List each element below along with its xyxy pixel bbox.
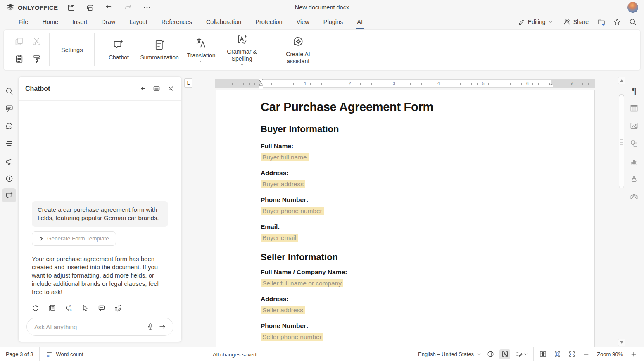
horizontal-ruler[interactable]: 1 2 3 4 5 6 7	[215, 79, 595, 88]
tab-view[interactable]: View	[290, 16, 316, 28]
select-insert-button[interactable]	[80, 303, 90, 314]
form-field-placeholder[interactable]: Seller phone number	[261, 333, 323, 341]
chart-settings-button[interactable]	[627, 155, 641, 168]
voice-input-button[interactable]	[144, 321, 157, 333]
image-settings-button[interactable]	[627, 119, 641, 133]
fit-page-button[interactable]	[552, 349, 563, 359]
create-ai-assistant-button[interactable]: Create AI assistant	[282, 36, 314, 65]
grammar-spelling-button[interactable]: Grammar & Spelling	[224, 33, 260, 67]
tab-plugins[interactable]: Plugins	[316, 16, 350, 28]
open-file-location-button[interactable]	[595, 16, 608, 28]
search-button[interactable]	[627, 16, 639, 28]
fit-width-button[interactable]	[566, 349, 577, 359]
mail-merge-button[interactable]	[627, 190, 641, 203]
zoom-in-button[interactable]	[628, 349, 639, 359]
tab-stop-selector[interactable]: L	[184, 78, 192, 88]
translation-icon	[195, 37, 207, 49]
chatbot-button[interactable]: Chatbot	[105, 39, 132, 61]
chevron-right-icon	[39, 236, 44, 241]
save-button[interactable]	[65, 2, 77, 13]
create-ai-assistant-label: Create AI assistant	[282, 51, 314, 65]
tab-protection[interactable]: Protection	[248, 16, 289, 28]
ai-settings-button[interactable]: Settings	[56, 43, 88, 57]
set-language-button[interactable]	[485, 349, 496, 359]
close-panel-button[interactable]	[167, 85, 175, 93]
tab-draw[interactable]: Draw	[94, 16, 122, 28]
tab-home[interactable]: Home	[35, 16, 65, 28]
share-button[interactable]: Share	[560, 17, 592, 28]
language-selector[interactable]: English – United States	[418, 351, 481, 357]
form-field-placeholder[interactable]: Buyer phone number	[261, 207, 324, 215]
open-in-window-button[interactable]	[152, 85, 161, 93]
feedback-button[interactable]	[2, 154, 16, 169]
form-field-placeholder[interactable]: Buyer full name	[261, 153, 309, 162]
form-field-placeholder[interactable]: Seller full name or company	[261, 279, 343, 287]
ask-ai-input[interactable]	[34, 323, 144, 330]
tab-ai[interactable]: AI	[350, 16, 370, 28]
copy-icon	[14, 37, 24, 46]
table-settings-button[interactable]	[627, 102, 641, 115]
find-replace-button[interactable]	[2, 84, 16, 98]
tab-references[interactable]: References	[154, 16, 199, 28]
zoom-out-button[interactable]	[581, 349, 592, 359]
print-button[interactable]	[84, 2, 96, 13]
regenerate-button[interactable]	[30, 303, 41, 314]
chatbot-messages: Create a car purchase agreement form wit…	[19, 101, 181, 314]
print-icon	[86, 3, 95, 12]
favorite-button[interactable]	[611, 16, 623, 28]
redo-button[interactable]	[122, 2, 134, 13]
shape-settings-button[interactable]	[627, 137, 641, 150]
summarization-button[interactable]: Summarization	[140, 39, 178, 61]
chat-button[interactable]	[2, 119, 16, 133]
svg-text:A: A	[69, 304, 71, 307]
page-indicator[interactable]: Page 3 of 3	[0, 351, 39, 357]
copy-response-button[interactable]	[47, 303, 57, 314]
navigation-headings-button[interactable]	[2, 136, 16, 150]
add-comment-button[interactable]	[96, 303, 107, 314]
comments-button[interactable]	[2, 101, 16, 115]
cut-button[interactable]	[32, 37, 41, 46]
copy-button[interactable]	[14, 37, 24, 46]
image-icon	[630, 121, 639, 131]
search-icon	[629, 18, 637, 26]
about-button[interactable]	[2, 171, 16, 185]
chart-bars-icon	[630, 157, 639, 166]
paste-button[interactable]	[14, 54, 24, 64]
word-count-button[interactable]: 12 Word count	[40, 351, 89, 358]
indent-marker[interactable]	[258, 78, 264, 90]
document-page[interactable]: Car Purchase Agreement Form Buyer Inform…	[216, 90, 595, 347]
tab-layout[interactable]: Layout	[122, 16, 154, 28]
generate-form-template-button[interactable]: Generate Form Template	[32, 231, 116, 246]
form-field-placeholder[interactable]: Seller address	[261, 306, 305, 314]
tab-collaboration[interactable]: Collaboration	[199, 16, 248, 28]
user-avatar[interactable]	[627, 2, 638, 13]
collapse-panel-button[interactable]	[138, 85, 146, 93]
scroll-down-button[interactable]	[618, 339, 625, 346]
tab-insert[interactable]: Insert	[65, 16, 94, 28]
right-indent-marker[interactable]	[548, 83, 554, 88]
two-page-view-button[interactable]	[537, 349, 548, 359]
format-painter-button[interactable]	[32, 54, 41, 64]
vertical-scrollbar-thumb[interactable]	[619, 94, 624, 188]
track-changes-button[interactable]	[514, 349, 530, 359]
text-art-settings-button[interactable]	[627, 172, 641, 185]
send-button[interactable]	[157, 321, 168, 332]
send-arrow-icon	[158, 323, 166, 331]
undo-button[interactable]	[103, 2, 115, 13]
replace-text-button[interactable]: A B	[63, 303, 74, 314]
shapes-icon	[630, 139, 639, 148]
tab-file[interactable]: File	[12, 16, 35, 28]
zoom-level[interactable]: Zoom 90%	[595, 351, 625, 357]
review-changes-button[interactable]	[113, 303, 124, 314]
ai-chatbot-panel-button[interactable]	[2, 188, 16, 202]
scroll-up-button[interactable]	[618, 77, 625, 84]
form-field-placeholder[interactable]: Buyer email	[261, 234, 298, 242]
more-actions-button[interactable]	[141, 2, 153, 13]
translation-button[interactable]: Translation	[187, 37, 216, 64]
menu-bar: File Home Insert Draw Layout References …	[0, 15, 644, 29]
spell-check-button[interactable]	[499, 349, 510, 359]
paragraph-settings-button[interactable]: ¶	[627, 84, 641, 97]
paragraph-mark-icon: ¶	[632, 87, 637, 95]
form-field-placeholder[interactable]: Buyer address	[261, 180, 305, 188]
editing-mode-selector[interactable]: Editing	[515, 17, 556, 27]
